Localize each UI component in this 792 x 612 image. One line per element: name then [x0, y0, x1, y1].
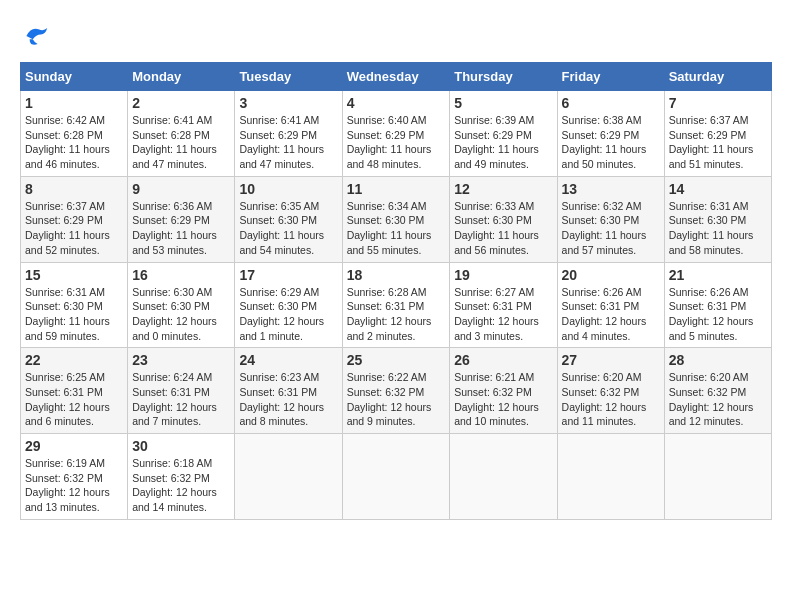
calendar-day-cell: 28 Sunrise: 6:20 AM Sunset: 6:32 PM Dayl…	[664, 348, 771, 434]
logo-icon	[20, 20, 52, 52]
calendar-day-cell: 6 Sunrise: 6:38 AM Sunset: 6:29 PM Dayli…	[557, 91, 664, 177]
day-number: 21	[669, 267, 767, 283]
calendar-day-cell: 27 Sunrise: 6:20 AM Sunset: 6:32 PM Dayl…	[557, 348, 664, 434]
day-number: 3	[239, 95, 337, 111]
day-number: 12	[454, 181, 552, 197]
day-info: Sunrise: 6:32 AM Sunset: 6:30 PM Dayligh…	[562, 199, 660, 258]
day-number: 7	[669, 95, 767, 111]
day-number: 8	[25, 181, 123, 197]
calendar-day-cell: 7 Sunrise: 6:37 AM Sunset: 6:29 PM Dayli…	[664, 91, 771, 177]
day-number: 5	[454, 95, 552, 111]
day-number: 19	[454, 267, 552, 283]
day-info: Sunrise: 6:40 AM Sunset: 6:29 PM Dayligh…	[347, 113, 446, 172]
day-info: Sunrise: 6:37 AM Sunset: 6:29 PM Dayligh…	[25, 199, 123, 258]
calendar-day-cell: 25 Sunrise: 6:22 AM Sunset: 6:32 PM Dayl…	[342, 348, 450, 434]
calendar-day-cell	[557, 434, 664, 520]
day-info: Sunrise: 6:33 AM Sunset: 6:30 PM Dayligh…	[454, 199, 552, 258]
calendar-week-row: 15 Sunrise: 6:31 AM Sunset: 6:30 PM Dayl…	[21, 262, 772, 348]
day-info: Sunrise: 6:29 AM Sunset: 6:30 PM Dayligh…	[239, 285, 337, 344]
day-info: Sunrise: 6:39 AM Sunset: 6:29 PM Dayligh…	[454, 113, 552, 172]
day-info: Sunrise: 6:41 AM Sunset: 6:28 PM Dayligh…	[132, 113, 230, 172]
day-info: Sunrise: 6:21 AM Sunset: 6:32 PM Dayligh…	[454, 370, 552, 429]
calendar-day-cell	[342, 434, 450, 520]
calendar-day-cell: 24 Sunrise: 6:23 AM Sunset: 6:31 PM Dayl…	[235, 348, 342, 434]
day-number: 20	[562, 267, 660, 283]
day-info: Sunrise: 6:26 AM Sunset: 6:31 PM Dayligh…	[562, 285, 660, 344]
calendar-day-cell: 5 Sunrise: 6:39 AM Sunset: 6:29 PM Dayli…	[450, 91, 557, 177]
day-number: 6	[562, 95, 660, 111]
calendar-day-cell: 30 Sunrise: 6:18 AM Sunset: 6:32 PM Dayl…	[128, 434, 235, 520]
weekday-header: Wednesday	[342, 63, 450, 91]
day-info: Sunrise: 6:20 AM Sunset: 6:32 PM Dayligh…	[669, 370, 767, 429]
day-info: Sunrise: 6:27 AM Sunset: 6:31 PM Dayligh…	[454, 285, 552, 344]
calendar-week-row: 8 Sunrise: 6:37 AM Sunset: 6:29 PM Dayli…	[21, 176, 772, 262]
day-number: 27	[562, 352, 660, 368]
calendar-day-cell: 10 Sunrise: 6:35 AM Sunset: 6:30 PM Dayl…	[235, 176, 342, 262]
day-number: 26	[454, 352, 552, 368]
calendar-day-cell	[450, 434, 557, 520]
weekday-header: Monday	[128, 63, 235, 91]
day-number: 2	[132, 95, 230, 111]
weekday-header: Sunday	[21, 63, 128, 91]
calendar-table: SundayMondayTuesdayWednesdayThursdayFrid…	[20, 62, 772, 520]
day-info: Sunrise: 6:42 AM Sunset: 6:28 PM Dayligh…	[25, 113, 123, 172]
calendar-week-row: 1 Sunrise: 6:42 AM Sunset: 6:28 PM Dayli…	[21, 91, 772, 177]
day-info: Sunrise: 6:30 AM Sunset: 6:30 PM Dayligh…	[132, 285, 230, 344]
calendar-day-cell: 14 Sunrise: 6:31 AM Sunset: 6:30 PM Dayl…	[664, 176, 771, 262]
calendar-day-cell: 9 Sunrise: 6:36 AM Sunset: 6:29 PM Dayli…	[128, 176, 235, 262]
day-info: Sunrise: 6:19 AM Sunset: 6:32 PM Dayligh…	[25, 456, 123, 515]
calendar-day-cell: 22 Sunrise: 6:25 AM Sunset: 6:31 PM Dayl…	[21, 348, 128, 434]
calendar-day-cell: 16 Sunrise: 6:30 AM Sunset: 6:30 PM Dayl…	[128, 262, 235, 348]
calendar-day-cell: 8 Sunrise: 6:37 AM Sunset: 6:29 PM Dayli…	[21, 176, 128, 262]
calendar-day-cell: 3 Sunrise: 6:41 AM Sunset: 6:29 PM Dayli…	[235, 91, 342, 177]
day-number: 18	[347, 267, 446, 283]
weekday-header: Tuesday	[235, 63, 342, 91]
day-info: Sunrise: 6:36 AM Sunset: 6:29 PM Dayligh…	[132, 199, 230, 258]
weekday-header: Saturday	[664, 63, 771, 91]
day-number: 11	[347, 181, 446, 197]
calendar-day-cell: 20 Sunrise: 6:26 AM Sunset: 6:31 PM Dayl…	[557, 262, 664, 348]
calendar-day-cell	[664, 434, 771, 520]
day-number: 22	[25, 352, 123, 368]
calendar-day-cell: 15 Sunrise: 6:31 AM Sunset: 6:30 PM Dayl…	[21, 262, 128, 348]
day-info: Sunrise: 6:38 AM Sunset: 6:29 PM Dayligh…	[562, 113, 660, 172]
calendar-day-cell: 2 Sunrise: 6:41 AM Sunset: 6:28 PM Dayli…	[128, 91, 235, 177]
day-info: Sunrise: 6:37 AM Sunset: 6:29 PM Dayligh…	[669, 113, 767, 172]
day-info: Sunrise: 6:22 AM Sunset: 6:32 PM Dayligh…	[347, 370, 446, 429]
day-number: 25	[347, 352, 446, 368]
calendar-day-cell: 26 Sunrise: 6:21 AM Sunset: 6:32 PM Dayl…	[450, 348, 557, 434]
day-info: Sunrise: 6:26 AM Sunset: 6:31 PM Dayligh…	[669, 285, 767, 344]
day-number: 16	[132, 267, 230, 283]
day-info: Sunrise: 6:34 AM Sunset: 6:30 PM Dayligh…	[347, 199, 446, 258]
day-number: 28	[669, 352, 767, 368]
calendar-day-cell: 29 Sunrise: 6:19 AM Sunset: 6:32 PM Dayl…	[21, 434, 128, 520]
day-info: Sunrise: 6:23 AM Sunset: 6:31 PM Dayligh…	[239, 370, 337, 429]
logo	[20, 20, 56, 52]
day-info: Sunrise: 6:31 AM Sunset: 6:30 PM Dayligh…	[669, 199, 767, 258]
day-number: 29	[25, 438, 123, 454]
day-info: Sunrise: 6:25 AM Sunset: 6:31 PM Dayligh…	[25, 370, 123, 429]
calendar-day-cell: 17 Sunrise: 6:29 AM Sunset: 6:30 PM Dayl…	[235, 262, 342, 348]
calendar-week-row: 29 Sunrise: 6:19 AM Sunset: 6:32 PM Dayl…	[21, 434, 772, 520]
calendar-day-cell: 11 Sunrise: 6:34 AM Sunset: 6:30 PM Dayl…	[342, 176, 450, 262]
day-number: 9	[132, 181, 230, 197]
calendar-day-cell: 12 Sunrise: 6:33 AM Sunset: 6:30 PM Dayl…	[450, 176, 557, 262]
weekday-header: Friday	[557, 63, 664, 91]
calendar-day-cell: 23 Sunrise: 6:24 AM Sunset: 6:31 PM Dayl…	[128, 348, 235, 434]
day-info: Sunrise: 6:28 AM Sunset: 6:31 PM Dayligh…	[347, 285, 446, 344]
calendar-day-cell: 4 Sunrise: 6:40 AM Sunset: 6:29 PM Dayli…	[342, 91, 450, 177]
day-number: 30	[132, 438, 230, 454]
day-info: Sunrise: 6:20 AM Sunset: 6:32 PM Dayligh…	[562, 370, 660, 429]
day-info: Sunrise: 6:18 AM Sunset: 6:32 PM Dayligh…	[132, 456, 230, 515]
day-number: 1	[25, 95, 123, 111]
day-number: 24	[239, 352, 337, 368]
calendar-day-cell	[235, 434, 342, 520]
weekday-header-row: SundayMondayTuesdayWednesdayThursdayFrid…	[21, 63, 772, 91]
day-number: 4	[347, 95, 446, 111]
day-number: 15	[25, 267, 123, 283]
calendar-day-cell: 13 Sunrise: 6:32 AM Sunset: 6:30 PM Dayl…	[557, 176, 664, 262]
day-info: Sunrise: 6:41 AM Sunset: 6:29 PM Dayligh…	[239, 113, 337, 172]
weekday-header: Thursday	[450, 63, 557, 91]
day-number: 17	[239, 267, 337, 283]
day-number: 13	[562, 181, 660, 197]
